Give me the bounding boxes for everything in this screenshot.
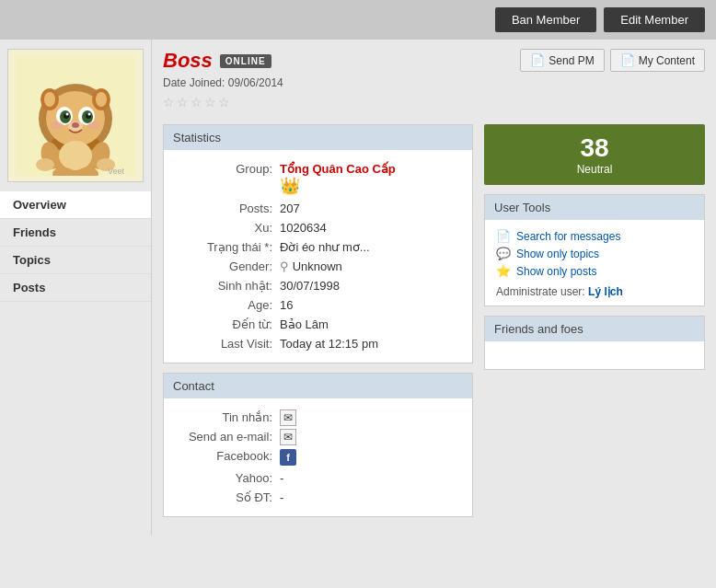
reputation-number: 38 (502, 133, 687, 163)
statistics-header: Statistics (164, 125, 472, 150)
posts-icon: ⭐ (496, 264, 511, 278)
ban-member-button[interactable]: Ban Member (495, 7, 596, 32)
group-link[interactable]: Tổng Quân Cao Cấp (280, 162, 396, 176)
gender-icon: ⚲ (280, 259, 289, 273)
reputation-box: 38 Neutral (484, 124, 705, 185)
admin-link[interactable]: Lý lịch (588, 285, 623, 298)
star-rating: ☆ ☆ ☆ ☆ ☆ (163, 95, 283, 110)
contact-section: Contact Tin nhắn: ✉ Send an (163, 373, 473, 517)
reputation-label: Neutral (502, 163, 687, 176)
sidebar-item-overview[interactable]: Overview (0, 191, 151, 219)
join-date: Date Joined: 09/06/2014 (163, 76, 283, 89)
svg-point-25 (59, 141, 92, 170)
contact-row-email: Send an e-mail: ✉ (179, 427, 457, 446)
svg-point-7 (44, 92, 55, 107)
svg-point-19 (51, 121, 64, 129)
contact-row-pm: Tin nhắn: ✉ (179, 408, 457, 427)
contact-row-yahoo: Yahoo: - (179, 468, 457, 488)
sidebar: Veet Overview Friends Topics Posts (0, 40, 152, 536)
topics-icon: 💬 (496, 247, 511, 260)
svg-point-15 (66, 112, 69, 115)
svg-point-18 (72, 122, 79, 128)
my-content-button[interactable]: 📄 My Content (610, 49, 705, 72)
user-tools-section: User Tools 📄 Search for messages 💬 Show … (484, 194, 705, 306)
contact-row-facebook: Facebook: f (179, 446, 457, 468)
friends-foes-section: Friends and foes (484, 316, 705, 370)
send-pm-button[interactable]: 📄 Send PM (520, 49, 604, 72)
show-posts-link[interactable]: ⭐ Show only posts (496, 262, 693, 280)
contact-row-phone: Số ĐT: - (179, 488, 457, 507)
svg-text:Veet: Veet (108, 167, 125, 176)
online-badge: ONLINE (220, 54, 271, 68)
edit-member-button[interactable]: Edit Member (604, 7, 705, 32)
content-icon: 📄 (620, 53, 635, 67)
stat-row-birthday: Sinh nhật: 30/07/1998 (179, 276, 457, 295)
friends-foes-header: Friends and foes (485, 317, 704, 341)
user-tools-header: User Tools (485, 195, 704, 220)
svg-point-23 (36, 158, 54, 171)
avatar: Veet (7, 49, 144, 182)
profile-header: Boss ONLINE Date Joined: 09/06/2014 ☆ ☆ … (163, 49, 283, 115)
content-area: Boss ONLINE Date Joined: 09/06/2014 ☆ ☆ … (152, 40, 716, 536)
profile-name: Boss (163, 49, 213, 73)
sidebar-item-friends[interactable]: Friends (0, 219, 151, 247)
stat-row-from: Đến từ: Bảo Lâm (179, 315, 457, 334)
search-messages-link[interactable]: 📄 Search for messages (496, 227, 693, 245)
sidebar-nav: Overview Friends Topics Posts (0, 191, 151, 302)
stat-row-group: Group: Tổng Quân Cao Cấp 👑 (179, 159, 457, 199)
show-topics-link[interactable]: 💬 Show only topics (496, 245, 693, 262)
stat-row-posts: Posts: 207 (179, 199, 457, 218)
stat-row-last-visit: Last Visit: Today at 12:15 pm (179, 334, 457, 353)
contact-header: Contact (164, 374, 472, 398)
stat-row-gender: Gender: ⚲ Unknown (179, 257, 457, 276)
sidebar-item-posts[interactable]: Posts (0, 274, 151, 302)
statistics-section: Statistics Group: Tổng Quân Cao Cấp 👑 (163, 124, 473, 363)
svg-point-16 (88, 112, 91, 115)
pm-icon: 📄 (530, 53, 545, 67)
stat-row-status: Trạng thái *: Đời éo như mơ... (179, 237, 457, 257)
stat-row-xu: Xu: 1020634 (179, 218, 457, 237)
stat-row-age: Age: 16 (179, 295, 457, 315)
top-bar: Ban Member Edit Member (0, 0, 716, 40)
email-icon[interactable]: ✉ (280, 429, 296, 445)
search-messages-icon: 📄 (496, 229, 511, 243)
admin-row: Administrate user: Lý lịch (496, 285, 693, 298)
svg-point-8 (96, 92, 107, 107)
facebook-icon[interactable]: f (280, 449, 296, 466)
svg-point-20 (87, 121, 100, 129)
pm-contact-icon[interactable]: ✉ (280, 409, 296, 426)
sidebar-item-topics[interactable]: Topics (0, 247, 151, 274)
